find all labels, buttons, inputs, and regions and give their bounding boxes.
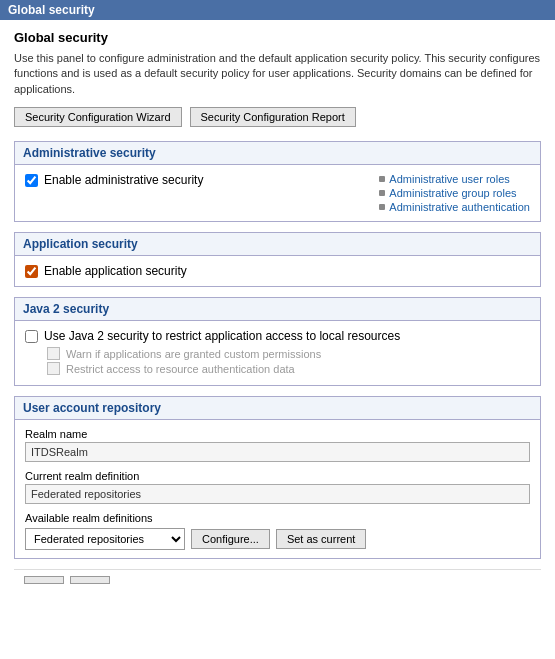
realm-name-value: ITDSRealm (25, 442, 530, 462)
enable-admin-security-label: Enable administrative security (44, 173, 203, 187)
app-security-header: Application security (15, 233, 540, 256)
page-title: Global security (14, 30, 541, 45)
available-realms-dropdown[interactable]: Federated repositories (25, 528, 185, 550)
app-security-section: Application security Enable application … (14, 232, 541, 287)
admin-group-roles-link[interactable]: Administrative group roles (389, 187, 516, 199)
link-bullet-2 (379, 190, 385, 196)
java2-security-label: Use Java 2 security to restrict applicat… (44, 329, 400, 343)
java2-security-body: Use Java 2 security to restrict applicat… (15, 321, 540, 385)
admin-security-header: Administrative security (15, 142, 540, 165)
admin-user-roles-link[interactable]: Administrative user roles (389, 173, 509, 185)
set-current-button[interactable]: Set as current (276, 529, 366, 549)
current-realm-label: Current realm definition (25, 470, 530, 482)
app-security-body: Enable application security (15, 256, 540, 286)
main-content: Global security Use this panel to config… (0, 20, 555, 600)
java2-sub-label-1: Warn if applications are granted custom … (66, 348, 321, 360)
enable-admin-security-checkbox[interactable] (25, 174, 38, 187)
java2-sub-checkbox-2 (47, 362, 60, 375)
admin-security-links: Administrative user roles Administrative… (379, 173, 530, 213)
current-realm-value: Federated repositories (25, 484, 530, 504)
java2-sub-checkbox-1 (47, 347, 60, 360)
link-bullet-3 (379, 204, 385, 210)
user-account-repo-section: User account repository Realm name ITDSR… (14, 396, 541, 559)
title-bar: Global security (0, 0, 555, 20)
java2-security-checkbox[interactable] (25, 330, 38, 343)
bottom-ok-button[interactable] (24, 576, 64, 584)
admin-user-roles-link-item: Administrative user roles (379, 173, 530, 185)
admin-authentication-link[interactable]: Administrative authentication (389, 201, 530, 213)
link-bullet-1 (379, 176, 385, 182)
admin-security-section: Administrative security Enable administr… (14, 141, 541, 222)
configure-button[interactable]: Configure... (191, 529, 270, 549)
app-security-check-row: Enable application security (25, 264, 530, 278)
java2-main-row: Use Java 2 security to restrict applicat… (25, 329, 530, 343)
realm-name-label: Realm name (25, 428, 530, 440)
enable-app-security-label: Enable application security (44, 264, 187, 278)
title-bar-label: Global security (8, 3, 95, 17)
java2-security-header: Java 2 security (15, 298, 540, 321)
java2-sub-row-2: Restrict access to resource authenticati… (47, 362, 530, 375)
enable-app-security-checkbox[interactable] (25, 265, 38, 278)
admin-auth-link-item: Administrative authentication (379, 201, 530, 213)
admin-group-roles-link-item: Administrative group roles (379, 187, 530, 199)
java2-sub-row-1: Warn if applications are granted custom … (47, 347, 530, 360)
bottom-button-row (14, 569, 541, 590)
bottom-cancel-button[interactable] (70, 576, 110, 584)
security-wizard-button[interactable]: Security Configuration Wizard (14, 107, 182, 127)
admin-security-check-row: Enable administrative security (25, 173, 379, 187)
security-report-button[interactable]: Security Configuration Report (190, 107, 356, 127)
java2-sub-label-2: Restrict access to resource authenticati… (66, 363, 295, 375)
java2-security-section: Java 2 security Use Java 2 security to r… (14, 297, 541, 386)
user-account-repo-header: User account repository (15, 397, 540, 420)
admin-security-body: Enable administrative security Administr… (15, 165, 540, 221)
description-text: Use this panel to configure administrati… (14, 51, 541, 97)
user-account-repo-body: Realm name ITDSRealm Current realm defin… (15, 420, 540, 558)
top-button-row: Security Configuration Wizard Security C… (14, 107, 541, 127)
available-realms-label: Available realm definitions (25, 512, 530, 524)
available-realms-row: Federated repositories Configure... Set … (25, 528, 530, 550)
